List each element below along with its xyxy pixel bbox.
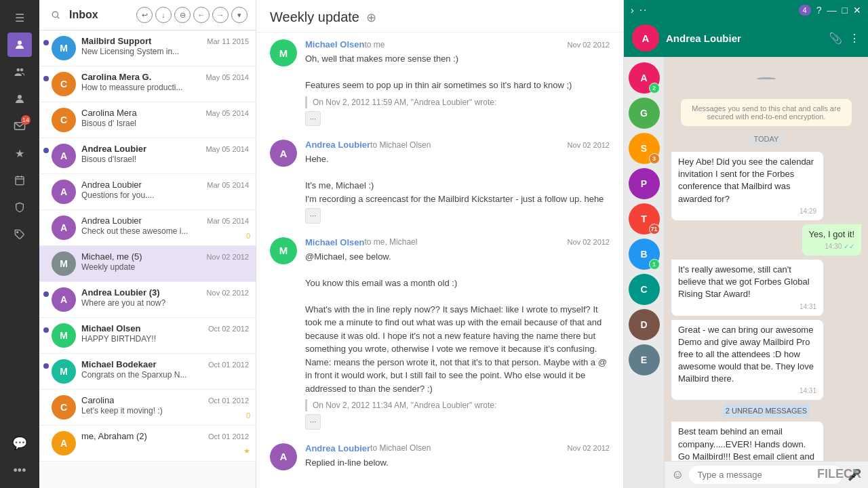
- email-list-item[interactable]: A Andrea Loubier Mar 05 2014 Questions f…: [39, 174, 256, 210]
- email-list-item[interactable]: C Carolina Oct 01 2012 Let's keep it mov…: [39, 390, 256, 426]
- chat-options-button[interactable]: ··: [639, 4, 648, 16]
- chat-message-input[interactable]: [689, 466, 842, 484]
- forward-icon[interactable]: →: [212, 7, 229, 23]
- chat-contact-item[interactable]: D: [629, 309, 660, 340]
- email-sender: Michael Bodekaer: [81, 359, 157, 369]
- email-date: May 05 2014: [205, 73, 249, 81]
- email-messages: M Michael Olsen to me Nov 02 2012 Oh, we…: [256, 33, 623, 488]
- unread-dot: [43, 148, 49, 153]
- shield-icon[interactable]: [7, 195, 32, 220]
- menu-icon[interactable]: ☰: [7, 5, 32, 30]
- email-content: Mailbird Support Mar 11 2015 New Licensi…: [81, 36, 249, 56]
- chat-contact-item[interactable]: B1: [629, 239, 660, 270]
- email-content: Andrea Loubier (3) Nov 02 2012 Where are…: [81, 287, 249, 308]
- chat-header: A Andrea Loubier 📎 ⋮: [624, 20, 868, 57]
- email-sender: Andrea Loubier: [81, 180, 142, 190]
- email-content: Andrea Loubier May 05 2014 Bisous d'Isra…: [81, 144, 249, 164]
- flag-indicator: 0: [246, 411, 250, 420]
- bubble-text: Yes, I got it!: [809, 228, 854, 241]
- chat-attach-button[interactable]: 📎: [829, 32, 842, 45]
- email-list-item[interactable]: C Carolina Mera G. May 05 2014 How to me…: [39, 66, 256, 102]
- email-list-item[interactable]: M Michael, me (5) Nov 02 2012 Weekly upd…: [39, 246, 256, 282]
- bubble-time: 14:29: [678, 207, 816, 216]
- email-top-row: Andrea Loubier Mar 05 2014: [81, 216, 249, 226]
- chat-notification-badge: 4: [799, 5, 811, 16]
- chat-contact-item[interactable]: S3: [629, 133, 660, 164]
- chat-contact-item[interactable]: C: [629, 274, 660, 305]
- mail-icon[interactable]: 14: [7, 114, 32, 138]
- email-list-item[interactable]: A Andrea Loubier May 05 2014 Bisous d'Is…: [39, 138, 256, 174]
- email-list-item[interactable]: M Michael Olsen Oct 02 2012 HAPPY BIRTHD…: [39, 318, 256, 354]
- download-icon[interactable]: ↓: [155, 7, 172, 23]
- email-list-item[interactable]: A Andrea Loubier (3) Nov 02 2012 Where a…: [39, 282, 256, 318]
- email-list-item[interactable]: M Mailbird Support Mar 11 2015 New Licen…: [39, 30, 256, 66]
- chat-minimize-button[interactable]: —: [827, 5, 837, 16]
- email-list-item[interactable]: C Carolina Mera May 05 2014 Bisous d' Is…: [39, 102, 256, 138]
- chat-contact-item[interactable]: T71: [629, 203, 660, 235]
- email-list-item[interactable]: A Andrea Loubier Mar 05 2014 Check out t…: [39, 210, 256, 246]
- email-content: Michael Olsen Oct 02 2012 HAPPY BIRTHDAY…: [81, 323, 249, 344]
- tag-icon[interactable]: [7, 222, 32, 247]
- msg-content: Andrea Loubier to Michael Olsen Nov 02 2…: [305, 140, 610, 224]
- chat-contact-item[interactable]: P: [629, 168, 660, 199]
- unread-dot: [43, 291, 49, 297]
- chat-help-button[interactable]: ?: [816, 5, 822, 16]
- message-block: A Andrea Loubier to Michael Olsen Nov 02…: [270, 140, 610, 224]
- avatar: A: [52, 431, 76, 455]
- avatar: C: [52, 72, 76, 96]
- msg-to: to Michael Olsen: [370, 140, 431, 150]
- dropdown-icon[interactable]: ▾: [231, 7, 248, 23]
- back-icon[interactable]: ←: [193, 7, 210, 23]
- email-date: May 05 2014: [205, 109, 249, 117]
- bubble-text: It's really awesome, still can't believe…: [678, 264, 816, 301]
- groups-icon[interactable]: [7, 60, 32, 84]
- msg-header: Michael Olsen to me Nov 02 2012: [305, 39, 610, 49]
- email-list-item[interactable]: M Michael Bodekaer Oct 01 2012 Congrats …: [39, 354, 256, 390]
- archive-icon[interactable]: ⊖: [174, 7, 191, 23]
- chat-contact-item[interactable]: G: [629, 98, 660, 129]
- unread-dot: [43, 40, 49, 45]
- add-tag-button[interactable]: ⊕: [366, 10, 376, 25]
- email-subject: HAPPY BIRTHDAY!!: [81, 334, 249, 344]
- avatar: A: [52, 216, 76, 240]
- email-list: M Mailbird Support Mar 11 2015 New Licen…: [39, 30, 256, 488]
- email-date: Mar 11 2015: [207, 37, 249, 45]
- mic-button[interactable]: 🎤: [848, 468, 861, 481]
- expand-button[interactable]: ···: [305, 414, 321, 430]
- email-subject: Bisous d'Israel!: [81, 155, 249, 164]
- email-detail-title: Weekly update: [270, 9, 359, 25]
- search-button[interactable]: [47, 7, 64, 23]
- chat-contact-item[interactable]: E: [629, 344, 660, 375]
- emoji-button[interactable]: ☺: [671, 468, 684, 482]
- email-top-row: Andrea Loubier May 05 2014: [81, 144, 249, 154]
- chat-expand-button[interactable]: ›: [631, 5, 634, 16]
- email-top-row: Andrea Loubier (3) Nov 02 2012: [81, 287, 249, 298]
- message-block: A Andrea Loubier to Michael Olsen Nov 02…: [270, 443, 610, 470]
- msg-to: to me, Michael: [364, 237, 417, 247]
- more-icon[interactable]: •••: [7, 458, 32, 483]
- msg-header: Andrea Loubier to Michael Olsen Nov 02 2…: [305, 140, 610, 150]
- chat-contact-item[interactable]: A2: [629, 62, 660, 94]
- expand-button[interactable]: ···: [305, 111, 321, 127]
- email-list-item[interactable]: A me, Abraham (2) Oct 01 2012 ★: [39, 426, 256, 462]
- email-date: Nov 02 2012: [207, 289, 249, 297]
- contacts-icon[interactable]: [7, 33, 32, 57]
- person-icon[interactable]: [7, 87, 32, 111]
- chat-maximize-button[interactable]: □: [842, 5, 848, 16]
- chat-contact-list: A2GS3PT71B1CDE: [624, 57, 665, 488]
- star-icon[interactable]: ★: [7, 141, 32, 165]
- msg-date: Nov 02 2012: [568, 141, 610, 149]
- msg-date: Nov 02 2012: [568, 41, 610, 49]
- inbox-title: Inbox: [69, 9, 131, 21]
- email-subject: Questions for you....: [81, 190, 249, 200]
- compose-icon[interactable]: ↩: [136, 7, 153, 23]
- avatar: A: [52, 144, 76, 168]
- whatsapp-icon[interactable]: 💬: [7, 431, 32, 455]
- expand-button[interactable]: ···: [305, 208, 321, 224]
- msg-body: @Michael, see below.You know this email …: [305, 250, 610, 430]
- toolbar-icons: ↩ ↓ ⊖ ← → ▾: [136, 7, 248, 23]
- chat-messages: Messages you send to this chat and calls…: [665, 57, 868, 461]
- chat-close-button[interactable]: ✕: [853, 5, 861, 16]
- calendar-icon[interactable]: [7, 168, 32, 192]
- chat-menu-button[interactable]: ⋮: [849, 32, 860, 45]
